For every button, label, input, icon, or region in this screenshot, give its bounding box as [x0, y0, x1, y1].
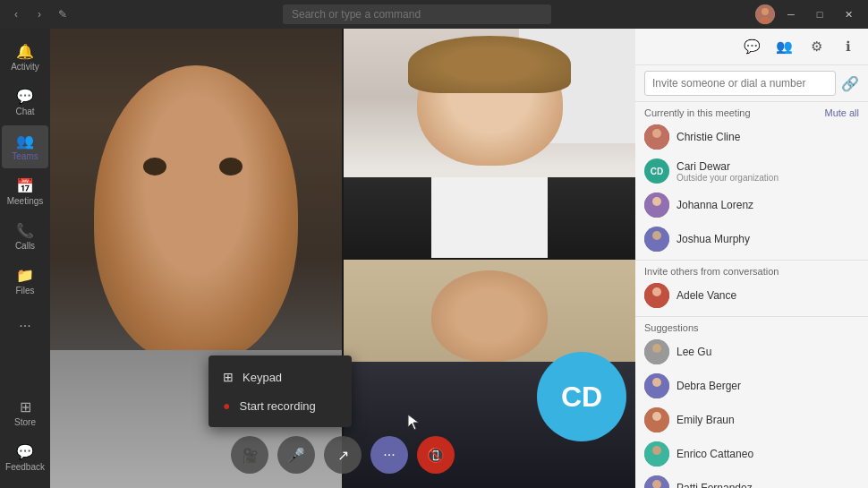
- name-johanna: Johanna Lorenz: [677, 199, 859, 211]
- participant-item-patti[interactable]: Patti Fernandez: [635, 471, 868, 488]
- tab-settings-icon[interactable]: ⚙: [804, 34, 829, 59]
- name-christie: Christie Cline: [677, 131, 859, 143]
- more-options-button[interactable]: ···: [370, 436, 408, 474]
- name-enrico: Enrico Cattaneo: [677, 448, 859, 460]
- info-johanna: Johanna Lorenz: [677, 199, 859, 211]
- invite-row: 🔗: [635, 65, 868, 102]
- sidebar-item-calls[interactable]: 📞 Calls: [2, 215, 48, 258]
- feedback-icon: 💬: [16, 443, 34, 460]
- sidebar-item-label: Chat: [15, 107, 34, 116]
- titlebar-actions: ─ □ ✕: [755, 4, 868, 24]
- more-options-icon: ···: [383, 447, 395, 463]
- forward-button[interactable]: ›: [30, 5, 48, 23]
- camera-button[interactable]: 🎥: [231, 436, 268, 474]
- participant-list: Christie Cline CD Cari Dewar Outside you…: [635, 120, 868, 488]
- participant-item-christie[interactable]: Christie Cline: [635, 120, 868, 154]
- sidebar-item-label: Store: [14, 417, 36, 427]
- sidebar-item-meetings[interactable]: 📅 Meetings: [2, 170, 48, 213]
- hangup-button[interactable]: 📵: [417, 436, 455, 474]
- avatar-emily: [644, 407, 669, 432]
- sidebar-item-teams[interactable]: 👥 Teams: [2, 125, 48, 168]
- avatar-lee: [644, 339, 669, 364]
- sidebar-item-label: Feedback: [5, 462, 45, 472]
- svg-point-4: [652, 129, 661, 138]
- panel-tabs: 💬 👥 ⚙ ℹ: [635, 29, 868, 65]
- tab-chat-icon[interactable]: 💬: [739, 34, 764, 59]
- participant-item-johanna[interactable]: Johanna Lorenz: [635, 188, 868, 222]
- name-adele: Adele Vance: [677, 289, 859, 302]
- video-cell-top-right: [344, 29, 635, 258]
- tab-people-icon[interactable]: 👥: [771, 34, 796, 59]
- mute-all-button[interactable]: Mute all: [824, 107, 859, 118]
- invite-input[interactable]: [644, 71, 836, 96]
- participant-item-debra[interactable]: Debra Berger: [635, 369, 868, 403]
- invite-others-section: Invite others from conversation: [635, 260, 868, 278]
- titlebar: ‹ › ✎ ─ □ ✕: [0, 0, 868, 29]
- info-patti: Patti Fernandez: [677, 482, 859, 488]
- sidebar-item-label: Calls: [15, 241, 35, 251]
- avatar-enrico: [644, 441, 669, 467]
- popup-item-recording[interactable]: ● Start recording: [208, 391, 352, 420]
- compose-button[interactable]: ✎: [54, 5, 72, 23]
- participant-item-adele[interactable]: Adele Vance: [635, 278, 868, 312]
- keypad-icon: ⊞: [223, 370, 234, 384]
- popup-item-keypad[interactable]: ⊞ Keypad: [208, 363, 352, 391]
- search-area: [79, 4, 755, 24]
- copy-link-icon[interactable]: 🔗: [841, 75, 859, 92]
- close-button[interactable]: ✕: [836, 4, 861, 24]
- participant-item-lee[interactable]: Lee Gu: [635, 335, 868, 369]
- svg-point-25: [652, 446, 661, 455]
- avatar-patti: [644, 475, 669, 488]
- mic-button[interactable]: 🎤: [277, 436, 315, 474]
- cd-initials: CD: [561, 381, 602, 414]
- restore-button[interactable]: □: [807, 4, 832, 24]
- files-icon: 📁: [16, 267, 34, 284]
- participant-item-emily[interactable]: Emily Braun: [635, 403, 868, 437]
- info-enrico: Enrico Cattaneo: [677, 448, 859, 460]
- sidebar-item-files[interactable]: 📁 Files: [2, 260, 48, 303]
- minimize-button[interactable]: ─: [779, 4, 804, 24]
- name-lee: Lee Gu: [677, 346, 859, 358]
- sidebar-item-label: Teams: [12, 151, 38, 161]
- popup-keypad-label: Keypad: [243, 371, 282, 384]
- avatar-johanna: [644, 193, 669, 218]
- user-avatar[interactable]: [755, 4, 775, 24]
- name-patti: Patti Fernandez: [677, 482, 859, 488]
- participant-item-cari[interactable]: CD Cari Dewar Outside your organization: [635, 154, 868, 188]
- avatar-adele: [644, 283, 669, 308]
- sidebar-item-chat[interactable]: 💬 Chat: [2, 81, 48, 124]
- participant-item-joshua[interactable]: Joshua Murphy: [635, 222, 868, 256]
- main-content: 🔔 Activity 💬 Chat 👥 Teams 📅 Meetings 📞 C…: [0, 29, 868, 488]
- sidebar-item-more[interactable]: ···: [2, 304, 48, 347]
- camera-icon: 🎥: [241, 447, 259, 464]
- svg-point-7: [652, 197, 661, 206]
- nav-buttons: ‹ › ✎: [0, 5, 79, 23]
- avatar-joshua: [644, 227, 669, 252]
- name-debra: Debra Berger: [677, 380, 859, 392]
- tab-info-icon[interactable]: ℹ: [836, 34, 861, 59]
- sidebar-item-label: Meetings: [7, 196, 44, 206]
- hangup-icon: 📵: [427, 447, 445, 464]
- activity-icon: 🔔: [16, 43, 34, 60]
- share-icon: ↗: [337, 447, 349, 464]
- teams-icon: 👥: [16, 133, 34, 150]
- cd-avatar-bubble: CD: [537, 352, 626, 441]
- sidebar-item-feedback[interactable]: 💬 Feedback: [2, 436, 48, 479]
- search-input[interactable]: [283, 4, 551, 24]
- sidebar: 🔔 Activity 💬 Chat 👥 Teams 📅 Meetings 📞 C…: [0, 29, 50, 488]
- info-joshua: Joshua Murphy: [677, 233, 859, 245]
- sidebar-item-activity[interactable]: 🔔 Activity: [2, 36, 48, 79]
- sub-cari: Outside your organization: [677, 173, 859, 183]
- currently-section-header: Currently in this meeting Mute all: [635, 102, 868, 120]
- video-area: ⊞ Keypad ● Start recording CD 🎥 🎤 ↗: [50, 29, 635, 488]
- suggestions-section: Suggestions: [635, 316, 868, 335]
- participant-item-enrico[interactable]: Enrico Cattaneo: [635, 437, 868, 471]
- info-christie: Christie Cline: [677, 131, 859, 143]
- sidebar-item-store[interactable]: ⊞ Store: [2, 391, 48, 434]
- back-button[interactable]: ‹: [7, 5, 25, 23]
- svg-point-13: [652, 287, 661, 296]
- sidebar-item-label: Activity: [11, 62, 39, 72]
- svg-point-22: [652, 412, 661, 421]
- svg-point-19: [652, 378, 661, 387]
- share-button[interactable]: ↗: [324, 436, 362, 474]
